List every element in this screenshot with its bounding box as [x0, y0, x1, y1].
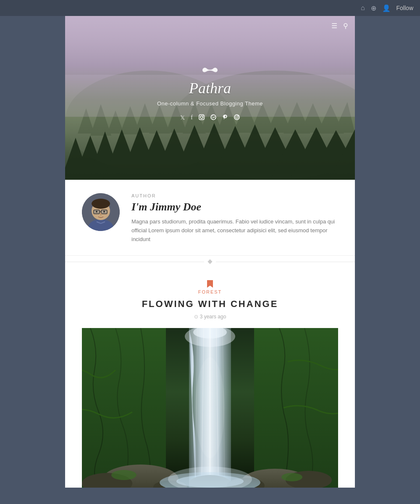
svg-point-50 [92, 199, 110, 209]
svg-marker-16 [284, 102, 310, 134]
svg-marker-20 [65, 138, 90, 180]
search-icon[interactable]: ⚲ [343, 22, 348, 30]
svg-point-44 [235, 117, 236, 118]
svg-marker-57 [207, 280, 213, 288]
author-info: AUTHOR I'm Jimmy Doe Magna pars studioru… [131, 193, 338, 244]
svg-point-83 [111, 470, 136, 480]
svg-rect-38 [199, 115, 204, 120]
clock-icon: ⊙ [194, 314, 198, 320]
section-divider [65, 256, 355, 268]
svg-marker-6 [120, 106, 141, 134]
add-icon[interactable]: ⊕ [371, 4, 376, 12]
svg-marker-19 [334, 102, 355, 133]
svg-point-84 [281, 473, 302, 481]
author-avatar [82, 193, 120, 231]
hero-navigation: ☰ ⚲ [331, 22, 348, 30]
dribbble-link[interactable] [210, 114, 216, 122]
home-icon[interactable]: ⌂ [361, 4, 365, 12]
blog-wrapper: ☰ ⚲ Pathra One-column & Focused Blogging… [65, 16, 355, 488]
svg-marker-27 [172, 125, 217, 180]
svg-marker-7 [134, 103, 155, 133]
svg-marker-21 [74, 136, 107, 180]
svg-marker-28 [191, 123, 237, 180]
svg-point-45 [237, 117, 238, 118]
svg-marker-3 [78, 108, 94, 134]
post-meta: ⊙ 3 years ago [82, 314, 338, 320]
divider-line-left [65, 262, 204, 262]
svg-marker-5 [107, 110, 124, 134]
post-category[interactable]: FOREST [82, 289, 338, 294]
svg-rect-63 [254, 328, 338, 488]
main-content: ☰ ⚲ Pathra One-column & Focused Blogging… [0, 16, 420, 488]
svg-marker-30 [231, 124, 279, 180]
social-links: 𝕏 f [157, 114, 263, 122]
bookmark-icon [207, 280, 213, 288]
pinterest-link[interactable] [222, 114, 228, 122]
hero-section: ☰ ⚲ Pathra One-column & Focused Blogging… [65, 16, 355, 180]
svg-point-55 [103, 211, 105, 213]
svg-marker-15 [267, 104, 292, 133]
facebook-link[interactable]: f [191, 114, 193, 122]
reddit-link[interactable] [234, 114, 240, 122]
author-section: AUTHOR I'm Jimmy Doe Magna pars studioru… [65, 180, 355, 256]
svg-marker-35 [330, 125, 355, 180]
svg-marker-29 [211, 126, 259, 180]
svg-point-56 [100, 213, 102, 215]
svg-marker-25 [136, 130, 177, 180]
svg-marker-23 [103, 129, 141, 180]
svg-marker-33 [290, 127, 343, 180]
svg-marker-22 [88, 131, 122, 180]
svg-marker-24 [120, 127, 160, 180]
twitter-link[interactable]: 𝕏 [180, 114, 185, 122]
menu-icon[interactable]: ☰ [331, 22, 337, 30]
svg-marker-4 [90, 104, 111, 136]
svg-marker-18 [317, 104, 344, 134]
svg-point-85 [195, 357, 225, 458]
blog-subtitle: One-column & Focused Blogging Theme [157, 100, 263, 107]
author-name: I'm Jimmy Doe [131, 201, 338, 213]
instagram-link[interactable] [199, 114, 205, 122]
divider-line-right [216, 262, 355, 262]
post-section: FOREST FLOWING WITH CHANGE ⊙ 3 years ago [65, 268, 355, 488]
top-bar: ⌂ ⊕ 👤 Follow [0, 0, 420, 16]
hero-content: Pathra One-column & Focused Blogging The… [157, 66, 263, 122]
user-icon[interactable]: 👤 [382, 4, 391, 12]
follow-button[interactable]: Follow [396, 5, 413, 11]
svg-point-40 [203, 116, 204, 116]
svg-point-39 [200, 116, 203, 118]
author-label: AUTHOR [131, 193, 338, 198]
mustache-icon [157, 66, 263, 77]
svg-marker-17 [300, 103, 326, 133]
post-featured-image [82, 328, 338, 488]
svg-marker-26 [153, 129, 195, 180]
waterfall-illustration [82, 328, 338, 488]
post-title[interactable]: FLOWING WITH CHANGE [82, 299, 338, 310]
svg-marker-34 [310, 130, 355, 180]
post-time: 3 years ago [200, 314, 226, 320]
author-bio: Magna pars studiorum, prodita quaerimus.… [131, 218, 338, 244]
svg-point-54 [96, 211, 97, 213]
divider-diamond [207, 260, 212, 264]
svg-rect-60 [82, 328, 166, 488]
svg-marker-32 [270, 129, 320, 180]
blog-title: Pathra [157, 79, 263, 97]
svg-marker-31 [250, 127, 300, 180]
